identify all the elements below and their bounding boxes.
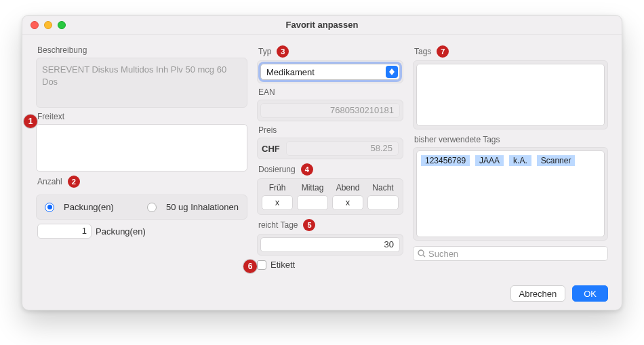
typ-select-value: Medikament: [266, 67, 386, 77]
anzahl-label: Anzahl 2: [37, 176, 246, 188]
preis-field: 58.25: [286, 141, 399, 156]
freitext-input[interactable]: [36, 124, 247, 171]
tag-search-input[interactable]: Suchen: [413, 246, 608, 261]
used-tags-list: 123456789 JAAA k.A. Scanner: [416, 150, 605, 237]
annotation-1: 1: [24, 115, 37, 128]
beschreibung-field: SEREVENT Diskus Multidos Inh Plv 50 mcg …: [36, 58, 247, 108]
dos-hd-2: Abend: [332, 183, 363, 192]
typ-label-text: Typ: [258, 47, 271, 56]
tag-item[interactable]: k.A.: [509, 155, 531, 166]
search-icon: [418, 249, 426, 258]
dos-hd-3: Nacht: [367, 183, 399, 192]
ok-button[interactable]: OK: [572, 285, 608, 302]
dos-cell-1[interactable]: [297, 195, 328, 210]
svg-line-1: [423, 255, 425, 257]
quantity-input[interactable]: 1: [37, 224, 92, 239]
cancel-button[interactable]: Abrechen: [510, 285, 566, 302]
ean-field: 7680530210181: [260, 103, 400, 118]
titlebar: Favorit anpassen: [22, 16, 622, 35]
typ-select[interactable]: Medikament: [260, 64, 400, 80]
anzahl-label-text: Anzahl: [37, 177, 62, 186]
used-tags-label: bisher verwendete Tags: [414, 135, 607, 144]
dos-cell-2[interactable]: x: [332, 195, 363, 210]
radio-inhalationen-label: 50 ug Inhalationen: [166, 202, 239, 212]
tag-item[interactable]: Scanner: [537, 155, 576, 166]
dosierung-label: Dosierung 4: [258, 163, 402, 176]
tags-label-text: Tags: [414, 47, 431, 56]
dos-hd-0: Früh: [262, 183, 293, 192]
content: Beschreibung SEREVENT Diskus Multidos In…: [22, 35, 622, 310]
annotation-5: 5: [303, 219, 315, 231]
ean-label: EAN: [258, 87, 402, 97]
freitext-label: Freitext: [37, 112, 246, 121]
reicht-label: reicht Tage 5: [258, 219, 402, 231]
beschreibung-label: Beschreibung: [37, 45, 246, 55]
tags-box[interactable]: [416, 64, 605, 126]
annotation-7: 7: [437, 45, 449, 58]
window-title: Favorit anpassen: [22, 20, 622, 30]
dosierung-label-text: Dosierung: [258, 165, 296, 174]
tags-label: Tags 7: [414, 45, 607, 58]
column-middle: Typ 3 Medikament EAN 7680530210181: [257, 41, 403, 270]
dos-cell-0[interactable]: x: [262, 195, 293, 210]
reicht-input[interactable]: 30: [260, 237, 400, 252]
dos-hd-1: Mittag: [297, 183, 328, 192]
column-right: Tags 7 bisher verwendete Tags 123456789 …: [413, 41, 608, 270]
radio-packungen-label: Packung(en): [64, 202, 140, 212]
quantity-unit: Packung(en): [96, 226, 146, 237]
anzahl-panel: Packung(en) 50 ug Inhalationen: [36, 195, 247, 220]
dos-cell-3[interactable]: [367, 195, 399, 210]
annotation-4: 4: [301, 163, 313, 176]
column-left: Beschreibung SEREVENT Diskus Multidos In…: [36, 41, 247, 270]
reicht-label-text: reicht Tage: [258, 220, 298, 230]
footer-buttons: Abrechen OK: [510, 285, 608, 302]
etikett-label: Etikett: [270, 260, 295, 270]
search-placeholder: Suchen: [428, 249, 458, 259]
svg-point-0: [418, 250, 424, 256]
etikett-checkbox[interactable]: [257, 260, 266, 270]
tag-item[interactable]: 123456789: [421, 155, 470, 166]
annotation-2: 2: [68, 176, 80, 188]
preis-label: Preis: [258, 125, 402, 135]
chf-label: CHF: [262, 144, 282, 154]
dialog-window: Favorit anpassen Beschreibung SEREVENT D…: [22, 15, 622, 310]
annotation-6: 6: [243, 260, 257, 273]
dosierung-grid: Frühx Mittag Abendx Nacht: [262, 183, 399, 210]
typ-label: Typ 3: [258, 45, 402, 58]
chevron-updown-icon: [386, 66, 398, 78]
annotation-3: 3: [277, 45, 289, 58]
tag-item[interactable]: JAAA: [475, 155, 504, 166]
radio-packungen[interactable]: [45, 203, 54, 212]
radio-inhalationen[interactable]: [147, 203, 157, 212]
